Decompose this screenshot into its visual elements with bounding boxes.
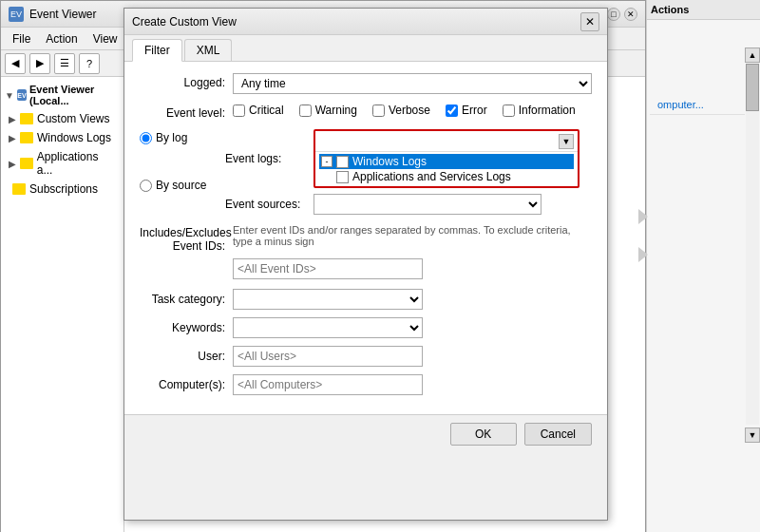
- radio-column: By log By source: [140, 129, 225, 192]
- dropdown-header: ▼: [315, 131, 578, 152]
- sidebar-custom-views-expand: ▶: [9, 114, 16, 124]
- dialog-tabs: Filter XML: [124, 35, 607, 62]
- menu-file[interactable]: File: [5, 30, 38, 48]
- user-input[interactable]: [233, 346, 423, 367]
- dropdown-tree: - Windows Logs Applications and Services…: [315, 152, 578, 186]
- scrollbar-up-btn[interactable]: ▲: [745, 48, 760, 63]
- task-category-label: Task category:: [140, 293, 225, 306]
- event-sources-select[interactable]: [314, 194, 542, 215]
- right-panel-actions: omputer...: [650, 95, 745, 115]
- event-logs-dropdown[interactable]: ▼ - Windows Logs: [314, 129, 580, 188]
- logged-select-container: Any time: [233, 73, 592, 94]
- sidebar-windows-logs-expand: ▶: [9, 133, 16, 143]
- checkbox-error-label: Error: [462, 104, 487, 117]
- tree-checkbox-windows-logs[interactable]: [336, 156, 349, 168]
- sidebar-subscriptions-icon: [12, 183, 26, 195]
- ok-button[interactable]: OK: [450, 423, 517, 446]
- radio-by-source-input[interactable]: [140, 180, 152, 192]
- includes-label: Includes/Excludes Event IDs:: [140, 224, 225, 253]
- computers-input[interactable]: [233, 374, 423, 395]
- ev-sidebar: ▼ EV Event Viewer (Local... ▶ Custom Vie…: [1, 77, 124, 532]
- scrollbar-up-area: ▲: [745, 48, 760, 63]
- menu-action[interactable]: Action: [38, 30, 85, 48]
- dropdown-arrow-btn[interactable]: ▼: [559, 134, 574, 149]
- keywords-select[interactable]: [233, 317, 423, 338]
- tree-checkbox-app-services[interactable]: [336, 171, 349, 183]
- task-category-select[interactable]: [233, 289, 423, 310]
- radio-by-source: By source: [140, 179, 225, 192]
- tree-item-windows-logs-label: Windows Logs: [352, 155, 427, 168]
- logged-select[interactable]: Any time: [233, 73, 592, 94]
- log-source-row: By log By source Event logs:: [140, 129, 592, 215]
- checkbox-information-input[interactable]: [503, 104, 515, 117]
- scrollbar-down-btn[interactable]: ▼: [745, 428, 760, 443]
- radio-by-log-input[interactable]: [140, 132, 152, 144]
- dialog-footer: OK Cancel: [124, 414, 607, 453]
- ev-close-btn[interactable]: ✕: [624, 8, 637, 21]
- checkbox-information-label: Information: [519, 104, 576, 117]
- action-computer[interactable]: omputer...: [650, 95, 745, 115]
- sidebar-custom-views-label: Custom Views: [37, 112, 109, 125]
- event-logs-label: Event logs:: [225, 152, 306, 165]
- sidebar-app-services-label: Applications a...: [37, 150, 116, 177]
- event-level-label: Event level:: [140, 104, 225, 120]
- menu-view[interactable]: View: [86, 30, 125, 48]
- event-logs-row: Event logs: ▼: [225, 129, 592, 188]
- includes-section: Includes/Excludes Event IDs: Enter event…: [140, 224, 592, 279]
- dialog-close-button[interactable]: ✕: [580, 12, 599, 31]
- scrollbar-track: [746, 64, 759, 425]
- toolbar-back-btn[interactable]: ◀: [5, 53, 26, 74]
- scrollbar-thumb[interactable]: [746, 64, 759, 111]
- checkbox-error: Error: [446, 104, 487, 117]
- checkbox-warning: Warning: [299, 104, 357, 117]
- checkbox-warning-label: Warning: [315, 104, 357, 117]
- checkbox-verbose-label: Verbose: [389, 104, 430, 117]
- sidebar-subscriptions-label: Subscriptions: [29, 182, 98, 196]
- computers-row: Computer(s):: [140, 374, 592, 395]
- event-level-checkboxes: Critical Warning Verbose Error: [233, 104, 592, 117]
- sidebar-item-custom-views[interactable]: ▶ Custom Views: [1, 109, 124, 128]
- checkbox-critical-label: Critical: [249, 104, 284, 117]
- dialog-body: Logged: Any time Event level: Critical: [124, 62, 607, 414]
- checkbox-critical: Critical: [233, 104, 284, 117]
- scrollbar-down-area: ▼: [745, 428, 760, 443]
- expand-triangle-2: [638, 247, 648, 262]
- tab-filter[interactable]: Filter: [132, 39, 182, 62]
- event-ids-input[interactable]: [233, 258, 423, 279]
- event-sources-row: Event sources:: [225, 194, 592, 215]
- expand-triangle-1: [638, 209, 648, 224]
- event-logs-dropdown-container: ▼ - Windows Logs: [314, 129, 580, 188]
- ev-app-icon: EV: [9, 7, 24, 22]
- checkbox-warning-input[interactable]: [299, 104, 312, 117]
- right-panel-header: Actions: [647, 0, 760, 20]
- event-sources-label: Event sources:: [225, 198, 306, 211]
- sidebar-item-app-services[interactable]: ▶ Applications a...: [1, 147, 124, 180]
- event-ids-row: [140, 258, 592, 279]
- checkbox-verbose: Verbose: [372, 104, 430, 117]
- radio-by-log: By log: [140, 131, 225, 144]
- radio-by-log-label: By log: [156, 131, 187, 144]
- tree-item-app-services[interactable]: Applications and Services Logs: [334, 169, 574, 184]
- checkbox-critical-input[interactable]: [233, 104, 245, 117]
- dialog-title: Create Custom View: [132, 15, 580, 28]
- toolbar-forward-btn[interactable]: ▶: [29, 53, 50, 74]
- user-label: User:: [140, 350, 225, 363]
- checkbox-error-input[interactable]: [446, 104, 458, 117]
- event-level-row: Event level: Critical Warning Verbose: [140, 104, 592, 120]
- sidebar-item-windows-logs[interactable]: ▶ Windows Logs: [1, 128, 124, 147]
- sidebar-root[interactable]: ▼ EV Event Viewer (Local...: [1, 81, 124, 109]
- dropdown-arrow-icon: ▼: [562, 137, 571, 146]
- checkbox-verbose-input[interactable]: [372, 104, 385, 117]
- cancel-button[interactable]: Cancel: [524, 423, 592, 446]
- tree-item-windows-logs[interactable]: - Windows Logs: [319, 154, 574, 169]
- sidebar-app-services-expand: ▶: [9, 159, 16, 169]
- sidebar-item-subscriptions[interactable]: Subscriptions: [1, 180, 124, 199]
- includes-desc: Enter event IDs and/or ranges separated …: [233, 224, 592, 247]
- toolbar-help-btn[interactable]: ?: [79, 53, 100, 74]
- ev-maximize-btn[interactable]: □: [607, 8, 620, 21]
- keywords-row: Keywords:: [140, 317, 592, 338]
- right-panel: Actions omputer... ▲ ▼: [646, 0, 760, 532]
- toolbar-list-btn[interactable]: ☰: [54, 53, 75, 74]
- tree-expand-windows-logs[interactable]: -: [321, 156, 332, 167]
- tab-xml[interactable]: XML: [184, 39, 233, 61]
